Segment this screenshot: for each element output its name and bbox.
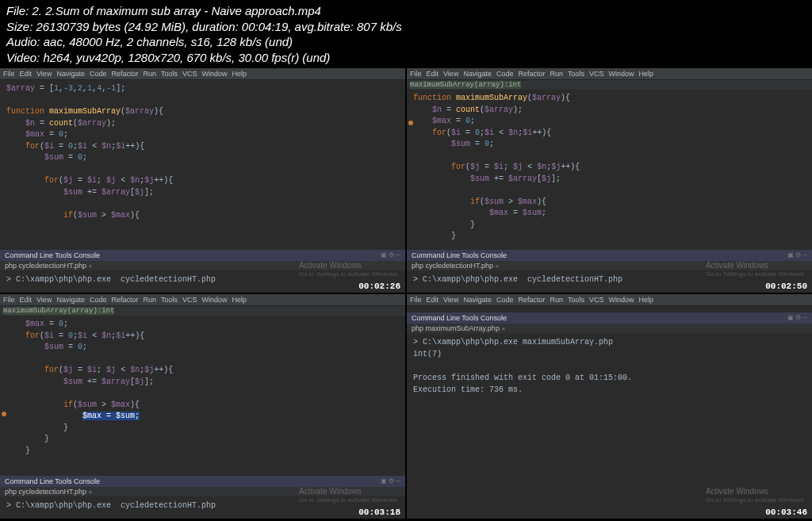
size-line: Size: 26130739 bytes (24.92 MiB), durati…: [6, 19, 806, 35]
breakpoint-icon[interactable]: [2, 412, 6, 416]
windows-watermark: Activate WindowsGo to Settings to activa…: [706, 261, 804, 278]
menu-vcs[interactable]: VCS: [182, 70, 197, 78]
menubar[interactable]: FileEditViewNavigateCodeRefactorRunTools…: [0, 294, 405, 306]
video-line: Video: h264, yuv420p, 1280x720, 670 kb/s…: [6, 50, 806, 66]
menu-help[interactable]: Help: [232, 70, 247, 78]
menu-view[interactable]: View: [36, 70, 52, 78]
pane-2: FileEditViewNavigateCodeRefactorRunTools…: [407, 68, 812, 293]
menu-window[interactable]: Window: [202, 70, 228, 78]
menubar[interactable]: File Edit View Navigate Code Refactor Ru…: [0, 68, 405, 80]
breadcrumb: maximumSubArray(array):int: [407, 80, 812, 90]
breadcrumb: maximumSubArray(array):int: [0, 306, 405, 316]
windows-watermark: Activate WindowsGo to Settings to activa…: [299, 261, 397, 278]
code-editor[interactable]: $array = [1,-3,2,1,4,-1]; function maxim…: [0, 80, 405, 250]
audio-line: Audio: aac, 48000 Hz, 2 channels, s16, 1…: [6, 34, 806, 50]
console-icons[interactable]: ▣ ⚙ ─: [787, 251, 807, 259]
menu-run[interactable]: Run: [143, 70, 156, 78]
pane-3: FileEditViewNavigateCodeRefactorRunTools…: [0, 294, 405, 519]
windows-watermark: Activate WindowsGo to Settings to activa…: [299, 487, 397, 504]
console-title: Command Line Tools Console: [5, 251, 100, 259]
timestamp: 00:02:50: [765, 282, 807, 291]
screenshot-grid: File Edit View Navigate Code Refactor Ru…: [0, 68, 812, 519]
console-header: Command Line Tools Console ▣ ⚙ ─: [0, 250, 405, 261]
code-editor[interactable]: function maximumSubArray($array){ $n = c…: [407, 90, 812, 250]
menu-file[interactable]: File: [3, 70, 15, 78]
console-icons[interactable]: ▣ ⚙ ─: [381, 251, 400, 259]
timestamp: 00:02:26: [358, 282, 400, 291]
menubar[interactable]: FileEditViewNavigateCodeRefactorRunTools…: [407, 68, 812, 80]
console-header: Command Line Tools Console ▣ ⚙ ─: [407, 250, 812, 261]
code-editor[interactable]: $max = 0; for($i = 0;$i < $n;$i++){ $sum…: [0, 316, 405, 476]
menubar[interactable]: FileEditViewNavigateCodeRefactorRunTools…: [407, 294, 812, 306]
console-header: Command Line Tools Console ▣ ⚙ ─: [407, 312, 812, 324]
pane-4: FileEditViewNavigateCodeRefactorRunTools…: [407, 294, 812, 519]
breakpoint-icon[interactable]: [408, 121, 413, 125]
media-info-header: File: 2. 2.Sum of maximum sub array - Na…: [0, 0, 812, 68]
timestamp: 00:03:18: [358, 508, 400, 517]
menu-tools[interactable]: Tools: [161, 70, 178, 78]
console-header: Command Line Tools Console ▣ ⚙ ─: [0, 476, 405, 487]
windows-watermark: Activate WindowsGo to Settings to activa…: [706, 487, 804, 504]
console-tab[interactable]: php maximumSubArray.php ×: [407, 324, 812, 333]
menu-refactor[interactable]: Refactor: [111, 70, 138, 78]
pane-1: File Edit View Navigate Code Refactor Ru…: [0, 68, 405, 293]
menu-code[interactable]: Code: [90, 70, 107, 78]
menu-navigate[interactable]: Navigate: [56, 70, 85, 78]
menu-edit[interactable]: Edit: [20, 70, 33, 78]
file-line: File: 2. 2.Sum of maximum sub array - Na…: [6, 3, 806, 19]
timestamp: 00:03:46: [765, 508, 807, 517]
